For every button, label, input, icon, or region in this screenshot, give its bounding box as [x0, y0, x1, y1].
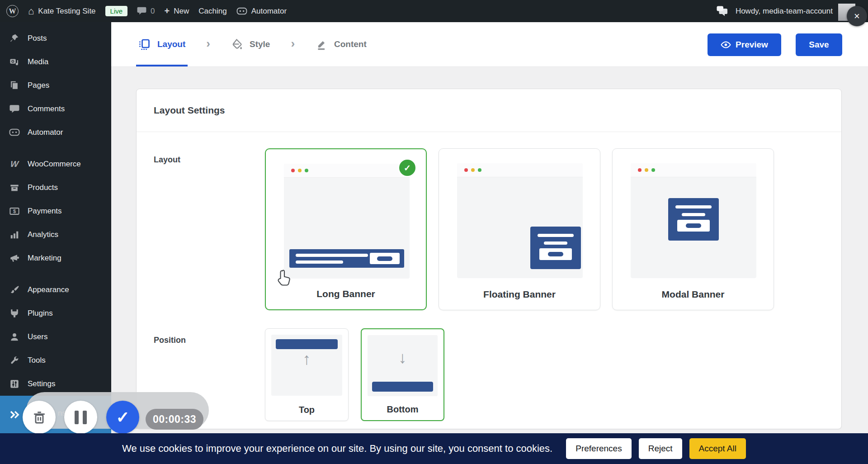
plug-icon [9, 308, 20, 319]
position-option-top[interactable]: ↑ Top [265, 328, 349, 421]
option-label: Modal Banner [613, 289, 774, 300]
sidebar-item-comments[interactable]: Comments [0, 97, 111, 121]
reject-button[interactable]: Reject [639, 438, 682, 459]
tab-label: Style [250, 39, 270, 49]
pause-recording-button[interactable] [64, 401, 97, 434]
user-icon [9, 331, 20, 342]
sidebar-item-label: Comments [28, 104, 65, 114]
save-label: Save [809, 40, 829, 50]
arrow-down-icon: ↓ [368, 350, 438, 366]
position-row-label: Position [154, 336, 186, 345]
sidebar-item-tools[interactable]: Tools [0, 349, 111, 372]
sidebar-item-pages[interactable]: Pages [0, 74, 111, 97]
option-label: Top [265, 405, 348, 415]
modal-banner-preview [668, 198, 719, 241]
sidebar-item-label: Pages [28, 81, 49, 90]
site-name: Kate Testing Site [38, 7, 95, 16]
howdy-text[interactable]: Howdy, media-team-account [736, 7, 833, 16]
style-tab-icon [231, 38, 243, 50]
option-label: Floating Banner [439, 289, 600, 300]
mock-accept-button [539, 248, 572, 260]
position-options: ↑ Top ↓ Bottom [265, 328, 444, 421]
sidebar-separator [0, 144, 111, 152]
sidebar-item-label: Settings [28, 379, 55, 388]
sidebar-item-label: WooCommerce [28, 160, 81, 169]
traffic-dot-green [651, 168, 655, 172]
content-tab-icon [316, 38, 327, 50]
payment-icon: $ [9, 206, 20, 217]
sidebar-item-label: Media [28, 57, 48, 66]
close-icon[interactable]: × [847, 6, 867, 26]
layout-option-long-banner[interactable]: ✓ Long Banner [265, 148, 427, 310]
chevron-right-icon: › [291, 38, 295, 51]
media-icon [9, 57, 20, 67]
new-menu[interactable]: + New [165, 6, 189, 16]
mock-accept-button [370, 253, 400, 264]
wrench-icon [9, 355, 20, 366]
main-content: Layout › Style › Content [111, 22, 868, 464]
layout-option-floating-banner[interactable]: Floating Banner [439, 148, 600, 310]
robot-icon [9, 127, 20, 138]
eye-icon [721, 41, 731, 49]
browser-mockup [457, 163, 583, 278]
site-name-link[interactable]: ⌂ Kate Testing Site [28, 6, 96, 16]
sidebar-item-appearance[interactable]: Appearance [0, 278, 111, 302]
active-tab-underline [136, 65, 188, 66]
save-button[interactable]: Save [796, 33, 842, 56]
traffic-dot-green [478, 168, 481, 172]
home-icon: ⌂ [28, 6, 34, 16]
caching-label: Caching [198, 7, 226, 16]
sidebar-item-woocommerce[interactable]: W WooCommerce [0, 152, 111, 176]
sidebar-item-media[interactable]: Media [0, 50, 111, 74]
sidebar-item-label: Posts [28, 34, 47, 43]
sidebar-item-posts[interactable]: Posts [0, 27, 111, 50]
tab-layout[interactable]: Layout [138, 38, 185, 51]
comment-bubble-icon [137, 7, 146, 15]
automator-menu[interactable]: Automator [236, 7, 287, 16]
position-option-bottom[interactable]: ↓ Bottom [361, 328, 444, 421]
brush-icon [9, 284, 20, 295]
cookie-buttons: Preferences Reject Accept All [566, 438, 746, 459]
sidebar-item-marketing[interactable]: Marketing [0, 246, 111, 270]
sidebar-item-analytics[interactable]: Analytics [0, 223, 111, 246]
tab-content[interactable]: Content [316, 38, 367, 50]
traffic-dot-yellow [298, 169, 302, 172]
chat-bubbles-icon[interactable] [716, 5, 728, 17]
traffic-dot-red [464, 168, 468, 172]
preview-button[interactable]: Preview [708, 33, 781, 56]
traffic-dot-red [638, 168, 642, 172]
accept-all-button[interactable]: Accept All [689, 438, 746, 459]
robot-icon [236, 7, 247, 16]
wordpress-logo-icon[interactable]: W [6, 5, 19, 17]
sliders-icon [9, 379, 20, 389]
recording-timer: 00:00:33 [146, 409, 203, 430]
wizard-header: Layout › Style › Content [111, 22, 868, 66]
layout-row-label: Layout [154, 155, 180, 165]
layout-tab-icon [138, 38, 151, 51]
layout-option-modal-banner[interactable]: Modal Banner [612, 148, 774, 310]
banner-bar [372, 382, 433, 392]
box-icon [9, 182, 20, 193]
banner-bar [276, 339, 338, 349]
comments-indicator[interactable]: 0 [137, 7, 155, 16]
cookie-message: We use cookies to improve your experienc… [122, 443, 552, 455]
caching-menu[interactable]: Caching [198, 7, 226, 16]
sidebar-item-plugins[interactable]: Plugins [0, 302, 111, 325]
finish-recording-button[interactable]: ✓ [106, 401, 139, 434]
traffic-dot-red [291, 169, 295, 172]
sidebar-item-label: Payments [28, 207, 62, 216]
discard-recording-button[interactable] [23, 401, 56, 434]
sidebar-item-payments[interactable]: $ Payments [0, 199, 111, 223]
tab-style[interactable]: Style [231, 38, 270, 50]
sidebar-item-automator[interactable]: Automator [0, 121, 111, 144]
sidebar-item-label: Analytics [28, 230, 58, 239]
sidebar-item-label: Marketing [28, 254, 61, 263]
trash-icon [32, 410, 47, 425]
sidebar-item-label: Appearance [28, 285, 69, 294]
browser-mockup [284, 164, 410, 279]
sidebar-item-products[interactable]: Products [0, 176, 111, 199]
cookie-consent-banner: We use cookies to improve your experienc… [0, 433, 868, 464]
sidebar-item-users[interactable]: Users [0, 325, 111, 349]
preferences-button[interactable]: Preferences [566, 438, 631, 459]
tab-label: Layout [157, 39, 185, 49]
